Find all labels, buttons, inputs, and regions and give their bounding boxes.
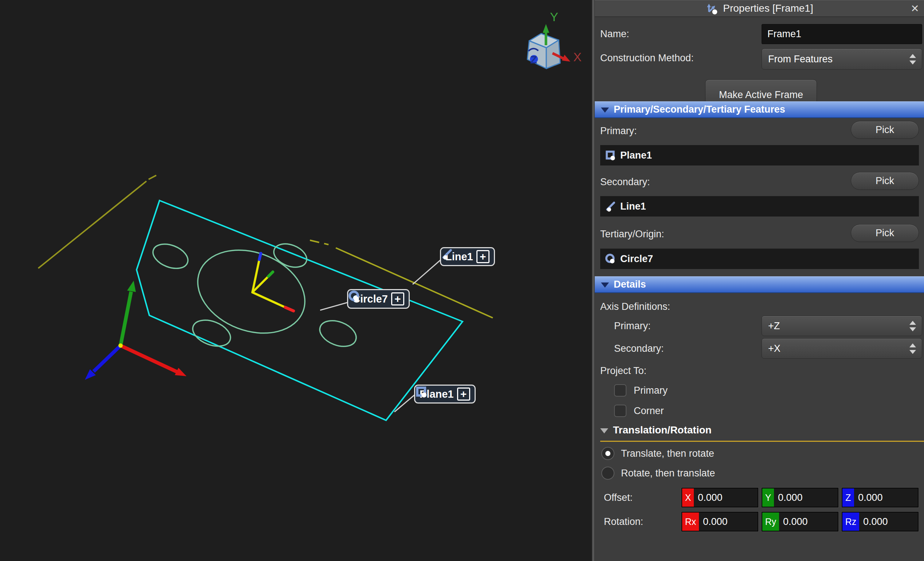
offset-y-field[interactable]: Y 0.000: [762, 488, 838, 507]
tertiary-pick-button[interactable]: Pick: [851, 224, 919, 242]
secondary-feature-row[interactable]: Line1: [600, 196, 919, 217]
rotation-rz-value[interactable]: 0.000: [859, 513, 888, 531]
properties-panel: Properties [Frame1] ✕ Name: Frame1 Const…: [595, 0, 924, 561]
construction-method-value: From Features: [768, 54, 832, 65]
callout-line1-expand-button[interactable]: +: [476, 250, 489, 263]
application-window: Z Y X Line1 + Circle7 +: [0, 0, 924, 561]
offset-x-field[interactable]: X 0.000: [681, 488, 758, 507]
axis-secondary-dropdown[interactable]: +X: [762, 338, 922, 359]
construction-method-label: Construction Method:: [600, 52, 694, 64]
panel-title: Properties [Frame1]: [723, 3, 813, 14]
offset-z-value[interactable]: 0.000: [854, 489, 883, 507]
origin-triad: [85, 281, 186, 380]
panel-splitter[interactable]: [591, 0, 595, 561]
offset-label: Offset:: [604, 491, 633, 504]
line-icon: [605, 201, 616, 212]
axis-definitions-label: Axis Definitions:: [600, 300, 670, 313]
collapse-triangle-icon: [601, 108, 609, 113]
project-corner-checkbox-label: Corner: [634, 405, 664, 417]
viewport-canvas: Z Y X: [0, 0, 591, 561]
details-section-header[interactable]: Details: [595, 276, 924, 293]
offset-x-value[interactable]: 0.000: [694, 489, 723, 507]
rotation-label: Rotation:: [604, 516, 643, 528]
axis-primary-dropdown[interactable]: +Z: [762, 316, 922, 336]
view-cube-x-label: X: [573, 50, 582, 64]
frame-axes-icon: [705, 2, 718, 15]
axis-secondary-label: Secondary:: [614, 342, 664, 355]
rotation-rx-value[interactable]: 0.000: [699, 513, 728, 531]
tertiary-feature-value: Circle7: [620, 253, 653, 265]
plane-icon: [415, 386, 428, 398]
secondary-pick-button[interactable]: Pick: [851, 172, 919, 190]
rotation-rx-badge: Rx: [682, 513, 699, 531]
primary-pick-button[interactable]: Pick: [851, 121, 919, 139]
close-icon[interactable]: ✕: [909, 3, 921, 15]
callout-line1[interactable]: Line1 +: [440, 247, 495, 266]
translate-then-rotate-radio[interactable]: [601, 447, 614, 460]
rotate-then-translate-label: Rotate, then translate: [621, 467, 715, 479]
callout-plane1[interactable]: Plane1 +: [414, 385, 476, 403]
axis-primary-label: Primary:: [614, 320, 651, 332]
offset-x-badge: X: [682, 489, 694, 507]
circle-icon: [348, 290, 361, 302]
rotation-ry-field[interactable]: Ry 0.000: [762, 512, 838, 531]
tertiary-feature-label: Tertiary/Origin:: [600, 228, 664, 240]
rotation-rz-field[interactable]: Rz 0.000: [842, 512, 918, 531]
datum-line-upper-left[interactable]: [38, 175, 156, 268]
collapse-triangle-icon: [601, 283, 609, 287]
details-section-title: Details: [614, 279, 646, 290]
hole-circle-top-right[interactable]: [271, 239, 310, 272]
axis-primary-value: +Z: [768, 320, 780, 332]
project-primary-checkbox[interactable]: [614, 384, 627, 397]
features-section-title: Primary/Secondary/Tertiary Features: [614, 104, 785, 115]
primary-feature-row[interactable]: Plane1: [600, 145, 919, 165]
project-to-label: Project To:: [600, 364, 646, 377]
name-input[interactable]: Frame1: [762, 24, 922, 44]
rotation-ry-value[interactable]: 0.000: [779, 513, 808, 531]
offset-z-badge: Z: [842, 489, 854, 507]
panel-title-bar[interactable]: Properties [Frame1] ✕: [595, 0, 924, 17]
spinner-arrows-icon[interactable]: [909, 338, 916, 358]
frame-preview-marker: [252, 253, 294, 311]
line-icon: [441, 248, 453, 260]
circle-icon: [605, 253, 616, 264]
rotation-rx-field[interactable]: Rx 0.000: [681, 512, 758, 531]
axis-secondary-value: +X: [768, 343, 780, 354]
callout-circle7-expand-button[interactable]: +: [391, 292, 404, 305]
project-primary-checkbox-label: Primary: [634, 384, 668, 397]
transform-section-title: Translation/Rotation: [613, 424, 712, 436]
features-section-header[interactable]: Primary/Secondary/Tertiary Features: [595, 101, 924, 118]
translate-then-rotate-label: Translate, then rotate: [621, 447, 714, 460]
circle7-geometry[interactable]: [186, 236, 317, 348]
offset-y-value[interactable]: 0.000: [774, 489, 803, 507]
primary-feature-label: Primary:: [600, 125, 637, 137]
rotation-rz-badge: Rz: [842, 513, 859, 531]
plane-icon: [605, 150, 616, 161]
offset-z-field[interactable]: Z 0.000: [842, 488, 918, 507]
section-divider: [600, 441, 924, 442]
spinner-arrows-icon[interactable]: [909, 316, 916, 336]
spinner-arrows-icon[interactable]: [909, 49, 916, 69]
view-cube-y-label: Y: [550, 10, 558, 24]
primary-feature-value: Plane1: [620, 150, 652, 161]
secondary-feature-value: Line1: [620, 201, 646, 212]
rotation-ry-badge: Ry: [762, 513, 779, 531]
plane1-outline[interactable]: [136, 200, 462, 420]
tertiary-feature-row[interactable]: Circle7: [600, 249, 919, 269]
hole-circle-bottom-left[interactable]: [189, 315, 234, 351]
3d-viewport[interactable]: Z Y X Line1 + Circle7 +: [0, 0, 591, 561]
construction-method-dropdown[interactable]: From Features: [762, 48, 922, 70]
hole-circle-top-left[interactable]: [150, 239, 192, 273]
rotate-then-translate-radio[interactable]: [601, 466, 614, 480]
project-corner-checkbox[interactable]: [614, 405, 627, 417]
transform-section-header[interactable]: Translation/Rotation: [595, 424, 712, 436]
collapse-triangle-icon: [600, 428, 608, 433]
hole-circle-bottom-right[interactable]: [316, 316, 360, 351]
callout-plane1-expand-button[interactable]: +: [457, 388, 470, 401]
offset-y-badge: Y: [762, 489, 774, 507]
secondary-feature-label: Secondary:: [600, 176, 650, 188]
callout-circle7[interactable]: Circle7 +: [347, 289, 410, 309]
view-cube-z-label: Z: [530, 54, 537, 66]
name-label: Name:: [600, 28, 629, 40]
view-cube[interactable]: Z Y X: [527, 10, 582, 69]
